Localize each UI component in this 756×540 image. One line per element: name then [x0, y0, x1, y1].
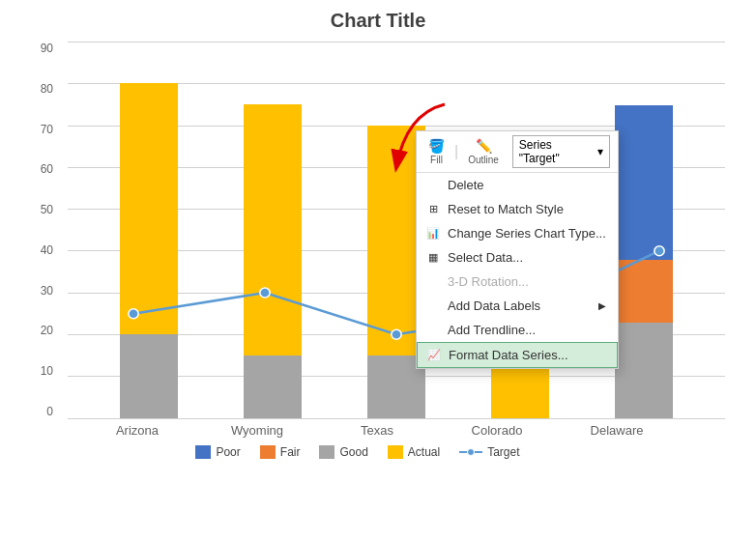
- menu-item-3d-rotation: 3-D Rotation...: [417, 270, 618, 294]
- legend-color-actual: [388, 445, 403, 459]
- x-label-delaware: Delaware: [578, 423, 655, 438]
- chart-title: Chart Title: [19, 10, 737, 32]
- toolbar-divider: |: [454, 143, 458, 160]
- chart-area: [68, 42, 725, 418]
- series-label: Series "Target": [519, 138, 594, 165]
- bar-actual-wyoming: [244, 104, 302, 355]
- legend-label-actual: Actual: [408, 445, 440, 459]
- menu-item-add-labels[interactable]: Add Data Labels ▶: [417, 294, 618, 318]
- menu-label-change-type: Change Series Chart Type...: [448, 226, 606, 241]
- legend-actual: Actual: [388, 445, 440, 459]
- menu-item-select-data[interactable]: ▦ Select Data...: [417, 245, 618, 270]
- y-label-60: 60: [15, 162, 53, 176]
- menu-label-reset: Reset to Match Style: [448, 202, 564, 216]
- y-axis: 90 80 70 60 50 40 30 20 10 0: [15, 42, 53, 418]
- format-toolbar: 🪣 Fill | ✏️ Outline Series "Target" ▾: [417, 131, 618, 173]
- chart-container: Chart Title 90 80 70 60 50 40 30 20 10 0: [0, 0, 756, 540]
- series-dropdown-icon: ▾: [597, 145, 603, 158]
- bar-good-delaware: [615, 323, 673, 418]
- y-label-20: 20: [15, 324, 53, 337]
- bar-fair-delaware: [615, 260, 673, 323]
- fill-icon: 🪣: [428, 138, 445, 154]
- bar-poor-delaware: [615, 105, 673, 260]
- y-label-30: 30: [15, 284, 53, 298]
- legend-label-good: Good: [339, 445, 367, 459]
- y-label-90: 90: [15, 42, 53, 55]
- x-label-arizona: Arizona: [99, 423, 176, 438]
- legend-label-poor: Poor: [216, 445, 240, 459]
- x-label-wyoming: Wyoming: [218, 423, 296, 438]
- legend-color-poor: [195, 445, 211, 459]
- legend-label-fair: Fair: [280, 445, 301, 459]
- menu-label-delete: Delete: [448, 178, 484, 192]
- series-selector[interactable]: Series "Target" ▾: [512, 135, 610, 168]
- bar-good-wyoming: [244, 355, 302, 418]
- y-label-80: 80: [15, 82, 53, 96]
- menu-label-select-data: Select Data...: [448, 250, 523, 265]
- menu-item-delete[interactable]: Delete: [417, 173, 618, 197]
- menu-label-add-trendline: Add Trendline...: [448, 323, 536, 337]
- context-menu: 🪣 Fill | ✏️ Outline Series "Target" ▾ De…: [416, 130, 619, 369]
- fill-button[interactable]: 🪣 Fill: [424, 136, 449, 167]
- bar-good-arizona: [120, 334, 178, 418]
- format-icon: 📈: [425, 349, 443, 361]
- fill-label: Fill: [430, 155, 443, 165]
- y-label-10: 10: [15, 364, 53, 378]
- bar-stack-arizona: [120, 83, 178, 418]
- menu-label-3d-rotation: 3-D Rotation...: [448, 274, 529, 289]
- outline-button[interactable]: ✏️ Outline: [464, 136, 503, 167]
- chart-legend: Poor Fair Good Actual: [19, 445, 696, 459]
- x-axis: Arizona Wyoming Texas Colorado Delaware: [58, 423, 696, 438]
- y-label-0: 0: [15, 405, 53, 418]
- bars-area: [68, 42, 725, 418]
- y-label-50: 50: [15, 203, 53, 216]
- legend-good: Good: [319, 445, 367, 459]
- legend-poor: Poor: [195, 445, 240, 459]
- change-type-icon: 📊: [424, 227, 442, 240]
- submenu-arrow: ▶: [598, 300, 606, 311]
- menu-item-change-type[interactable]: 📊 Change Series Chart Type...: [417, 221, 618, 245]
- bar-group-wyoming: [244, 104, 302, 418]
- x-label-colorado: Colorado: [458, 423, 536, 438]
- legend-label-target: Target: [487, 445, 519, 459]
- legend-color-good: [319, 445, 334, 459]
- outline-label: Outline: [468, 155, 499, 165]
- menu-label-add-labels: Add Data Labels: [448, 298, 540, 313]
- legend-icon-target: [459, 445, 482, 459]
- legend-target: Target: [459, 445, 519, 459]
- legend-color-fair: [260, 445, 276, 459]
- menu-item-reset[interactable]: ⊞ Reset to Match Style: [417, 197, 618, 221]
- reset-icon: ⊞: [424, 203, 442, 215]
- y-label-70: 70: [15, 123, 53, 136]
- menu-item-add-trendline[interactable]: Add Trendline...: [417, 318, 618, 342]
- menu-item-format[interactable]: 📈 Format Data Series...: [417, 342, 618, 368]
- bar-stack-wyoming: [244, 104, 302, 418]
- x-label-texas: Texas: [338, 423, 416, 438]
- outline-icon: ✏️: [476, 138, 492, 154]
- bar-group-delaware: [615, 105, 673, 418]
- legend-fair: Fair: [260, 445, 301, 459]
- select-data-icon: ▦: [424, 251, 442, 264]
- menu-label-format: Format Data Series...: [449, 348, 568, 362]
- y-label-40: 40: [15, 243, 53, 257]
- bar-actual-arizona: [120, 83, 178, 334]
- bar-group-arizona: [120, 83, 178, 418]
- bar-stack-delaware: [615, 105, 673, 418]
